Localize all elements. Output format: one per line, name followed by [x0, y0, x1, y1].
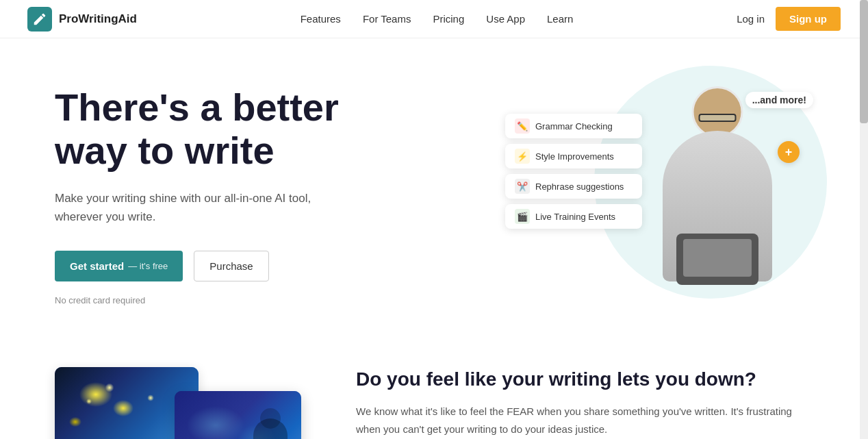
nav-for-teams[interactable]: For Teams — [363, 13, 411, 25]
feature-card-style: ⚡ Style Improvements — [505, 144, 642, 168]
plus-badge: + — [778, 141, 800, 163]
login-button[interactable]: Log in — [737, 13, 765, 25]
style-icon: ⚡ — [515, 149, 530, 164]
no-credit-text: No credit card required — [55, 295, 342, 305]
scrollbar-thumb[interactable] — [860, 0, 868, 123]
logo-text: ProWritingAid — [59, 12, 137, 26]
and-more-badge: ...and more! — [745, 92, 813, 108]
person-head — [692, 86, 743, 138]
laptop-screen — [683, 239, 752, 277]
abstract-art-card — [175, 391, 301, 439]
grammar-icon: ✏️ — [515, 118, 530, 134]
feature-card-grammar: ✏️ Grammar Checking — [505, 114, 642, 138]
hero-subtitle: Make your writing shine with our all-in-… — [55, 189, 342, 226]
hero-left: There's a better way to write Make your … — [55, 86, 342, 305]
person-laptop — [676, 234, 758, 285]
hero-title: There's a better way to write — [55, 86, 342, 172]
section2-illustration: My idea in my head — [55, 367, 301, 439]
person-glasses — [699, 114, 737, 122]
hero-person — [642, 86, 793, 312]
nav-use-app[interactable]: Use App — [486, 13, 525, 25]
purchase-button[interactable]: Purchase — [194, 251, 268, 281]
nav-links: Features For Teams Pricing Use App Learn — [301, 13, 574, 25]
live-icon: 🎬 — [515, 209, 530, 224]
rephrase-icon: ✂️ — [515, 179, 530, 194]
hero-buttons: Get started — it's free Purchase — [55, 251, 342, 281]
nav-learn[interactable]: Learn — [547, 13, 573, 25]
signup-button[interactable]: Sign up — [776, 7, 841, 31]
person-head-silhouette — [260, 408, 281, 429]
nav-features[interactable]: Features — [301, 13, 341, 25]
feature-cards: ✏️ Grammar Checking ⚡ Style Improvements… — [505, 114, 642, 229]
section2-body: We know what it's like to feel the FEAR … — [356, 403, 813, 438]
nav-pricing[interactable]: Pricing — [433, 13, 464, 25]
logo[interactable]: ProWritingAid — [27, 7, 137, 32]
section2-right: Do you feel like your writing lets you d… — [356, 367, 813, 438]
front-card-bg — [175, 391, 301, 439]
get-started-button[interactable]: Get started — it's free — [55, 251, 183, 281]
section2: My idea in my head Do you feel like your… — [0, 340, 868, 439]
logo-svg — [32, 12, 47, 27]
section2-title: Do you feel like your writing lets you d… — [356, 367, 813, 392]
feature-card-rephrase: ✂️ Rephrase suggestions — [505, 174, 642, 199]
logo-icon — [27, 7, 52, 32]
hero-section: There's a better way to write Make your … — [0, 38, 868, 340]
nav-actions: Log in Sign up — [737, 7, 841, 31]
scrollbar[interactable] — [860, 0, 868, 439]
navbar: ProWritingAid Features For Teams Pricing… — [0, 0, 868, 38]
hero-illustration: ...and more! + ✏️ Grammar Checking ⚡ Sty… — [526, 79, 813, 312]
feature-card-live: 🎬 Live Training Events — [505, 204, 642, 229]
